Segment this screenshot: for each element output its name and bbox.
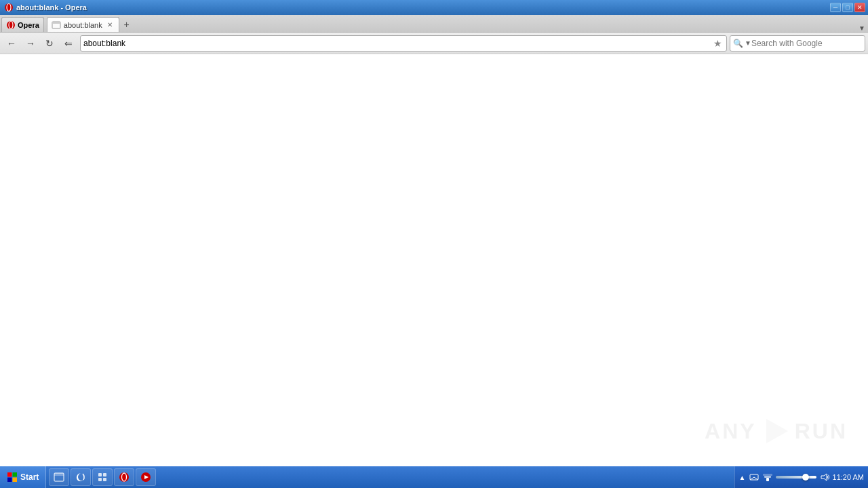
- address-input[interactable]: [83, 39, 711, 48]
- taskbar-app-3[interactable]: [92, 468, 113, 486]
- tab-favicon: [52, 20, 61, 30]
- taskbar-app-5-icon: [140, 472, 151, 483]
- opera-title-icon: [4, 3, 14, 12]
- svg-rect-24: [763, 474, 772, 476]
- volume-thumb: [802, 474, 809, 481]
- system-clock[interactable]: 11:20 AM: [833, 473, 864, 481]
- svg-rect-13: [98, 473, 102, 476]
- tab-close-button[interactable]: ✕: [105, 20, 115, 30]
- svg-rect-9: [7, 478, 12, 483]
- watermark-text: ANY: [705, 419, 757, 444]
- opera-taskbar-icon: [119, 472, 130, 483]
- new-tab-button[interactable]: +: [119, 17, 134, 32]
- svg-point-0: [5, 3, 13, 12]
- opera-menu-label: Opera: [18, 21, 39, 29]
- search-input[interactable]: [751, 39, 862, 48]
- windows-icon: [7, 472, 18, 483]
- stop-button[interactable]: ⇐: [60, 35, 77, 52]
- svg-rect-16: [103, 478, 106, 481]
- search-icon: 🔍: [733, 39, 743, 48]
- opera-menu-button[interactable]: Opera: [1, 17, 44, 32]
- svg-rect-5: [52, 22, 60, 24]
- system-tray: ▲ 11:20 AM: [734, 466, 868, 488]
- taskbar-apps: [46, 466, 734, 488]
- volume-slider[interactable]: [776, 476, 816, 479]
- tray-icon-2[interactable]: [762, 472, 773, 483]
- search-icon-wrap: 🔍 ▼: [733, 39, 751, 48]
- svg-marker-25: [821, 474, 827, 481]
- forward-button[interactable]: →: [22, 35, 39, 52]
- taskbar: Start: [0, 466, 868, 488]
- search-dropdown-icon[interactable]: ▼: [745, 39, 751, 47]
- bookmark-star-icon[interactable]: ★: [711, 37, 724, 49]
- browser-content: ANY RUN: [0, 54, 868, 466]
- svg-rect-23: [764, 476, 771, 478]
- taskbar-app-5[interactable]: [136, 468, 156, 486]
- title-bar: about:blank - Opera ─ □ ✕: [0, 0, 868, 15]
- taskbar-app-opera[interactable]: [114, 468, 134, 486]
- title-bar-left: about:blank - Opera: [4, 3, 87, 12]
- svg-point-17: [119, 472, 129, 482]
- taskbar-app-1[interactable]: [49, 468, 69, 486]
- tab-label: about:blank: [64, 21, 102, 29]
- svg-marker-6: [766, 419, 788, 443]
- volume-slider-container[interactable]: [776, 476, 816, 479]
- reload-button[interactable]: ↻: [41, 35, 58, 52]
- tab-bar: Opera about:blank ✕ + ▼: [0, 15, 868, 33]
- svg-rect-10: [13, 478, 18, 483]
- watermark: ANY RUN: [705, 416, 848, 446]
- start-label: Start: [20, 472, 39, 482]
- nav-bar: ← → ↻ ⇐ ★ 🔍 ▼: [0, 33, 868, 54]
- search-bar-container: 🔍 ▼: [730, 35, 865, 52]
- svg-point-2: [7, 21, 15, 29]
- tray-arrow-icon[interactable]: ▲: [739, 474, 746, 481]
- window-title: about:blank - Opera: [16, 3, 87, 12]
- svg-rect-8: [13, 472, 18, 477]
- watermark-run-text: RUN: [795, 419, 848, 444]
- window-controls: ─ □ ✕: [830, 3, 865, 12]
- tray-icon-1[interactable]: [749, 472, 760, 483]
- svg-rect-22: [766, 478, 769, 481]
- taskbar-app-3-icon: [97, 472, 108, 483]
- tray-icon-sound[interactable]: [819, 472, 830, 483]
- opera-logo-icon: [6, 20, 16, 30]
- svg-rect-12: [54, 473, 64, 476]
- address-bar-container: ★: [80, 35, 727, 52]
- taskbar-app-2[interactable]: [71, 468, 91, 486]
- svg-rect-15: [98, 478, 102, 481]
- close-button[interactable]: ✕: [854, 3, 865, 12]
- taskbar-app-2-icon: [75, 472, 86, 483]
- minimize-button[interactable]: ─: [830, 3, 841, 12]
- maximize-button[interactable]: □: [842, 3, 853, 12]
- taskbar-app-1-icon: [54, 472, 64, 483]
- svg-rect-7: [7, 472, 12, 477]
- svg-rect-14: [103, 473, 106, 476]
- tab-about-blank[interactable]: about:blank ✕: [47, 17, 119, 32]
- start-button[interactable]: Start: [0, 466, 46, 488]
- watermark-play-icon: [761, 416, 791, 446]
- tab-scroll-button[interactable]: ▼: [857, 24, 867, 32]
- back-button[interactable]: ←: [3, 35, 20, 52]
